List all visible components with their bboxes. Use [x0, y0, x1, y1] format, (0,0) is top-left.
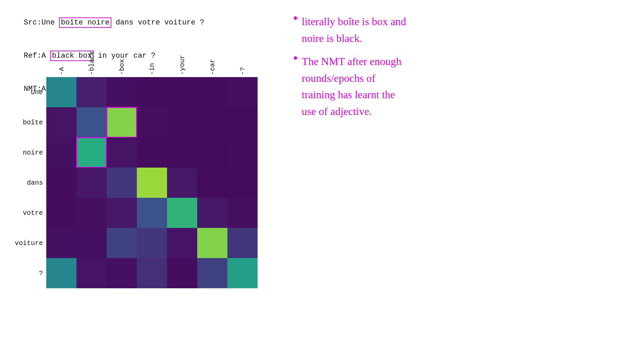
- cell-6-6: [227, 258, 258, 288]
- row-label-0: Une: [6, 77, 46, 107]
- cell-1-0: [46, 107, 76, 137]
- cell-1-3: [137, 107, 167, 137]
- cell-4-2: [107, 198, 137, 228]
- cell-3-3: [137, 168, 167, 198]
- col-label-6: -?: [227, 44, 258, 77]
- col-label-text-5: -car: [209, 59, 216, 75]
- row-label-5: voiture: [6, 228, 46, 258]
- bullet-dot-1: •: [292, 12, 299, 26]
- col-label-text-4: -your: [178, 55, 186, 75]
- col-label-text-3: -in: [148, 63, 156, 75]
- cell-3-5: [197, 168, 227, 198]
- col-label-text-2: -box: [118, 59, 126, 75]
- cell-1-2: [107, 107, 137, 137]
- src-prefix: Src:Une: [24, 18, 59, 27]
- cell-5-3: [137, 228, 167, 258]
- cell-6-0: [46, 258, 76, 288]
- col-label-1: -black: [76, 44, 107, 77]
- cell-5-6: [227, 228, 258, 258]
- cell-0-6: [227, 77, 258, 107]
- row-label-4: votre: [6, 198, 46, 228]
- annotation-section: • literally boîte is box andnoire is bla…: [292, 13, 634, 127]
- cell-3-2: [107, 168, 137, 198]
- cell-2-2: [107, 137, 137, 168]
- cell-1-4: [167, 107, 197, 137]
- cell-0-4: [167, 77, 197, 107]
- cell-4-3: [137, 198, 167, 228]
- cell-5-2: [107, 228, 137, 258]
- src-suffix: dans votre voiture ?: [111, 18, 204, 27]
- cell-0-3: [137, 77, 167, 107]
- cell-6-1: [76, 258, 107, 288]
- cell-5-4: [167, 228, 197, 258]
- cell-6-4: [167, 258, 197, 288]
- cell-4-1: [76, 198, 107, 228]
- col-label-text-6: -?: [239, 67, 247, 75]
- cell-4-0: [46, 198, 76, 228]
- cell-2-5: [197, 137, 227, 168]
- col-label-0: -A: [46, 44, 76, 77]
- cell-1-6: [227, 107, 258, 137]
- cell-6-3: [137, 258, 167, 288]
- cell-5-1: [76, 228, 107, 258]
- cell-3-4: [167, 168, 197, 198]
- cell-0-2: [107, 77, 137, 107]
- cell-5-0: [46, 228, 76, 258]
- cell-2-0: [46, 137, 76, 168]
- row-label-2: noire: [6, 137, 46, 168]
- col-label-4: -your: [167, 44, 197, 77]
- col-label-text-0: -A: [58, 67, 65, 75]
- col-label-text-1: -black: [88, 51, 96, 75]
- row-label-6: ?: [6, 258, 46, 288]
- row-label-1: boîte: [6, 107, 46, 137]
- col-labels-row: -A-black-box-in-your-car-?: [46, 44, 258, 77]
- col-label-2: -box: [107, 44, 137, 77]
- grid-cells: [46, 77, 258, 288]
- cell-1-1: [76, 107, 107, 137]
- heatmap-container: -A-black-box-in-your-car-? Uneboîtenoire…: [6, 44, 258, 288]
- cell-4-4: [167, 198, 197, 228]
- cell-4-6: [227, 198, 258, 228]
- col-label-3: -in: [137, 44, 167, 77]
- row-label-3: dans: [6, 168, 46, 198]
- cell-0-5: [197, 77, 227, 107]
- row-labels-col: Uneboîtenoiredansvotrevoiture?: [6, 77, 46, 288]
- cell-3-0: [46, 168, 76, 198]
- cell-2-3: [137, 137, 167, 168]
- bullet-dot-2: •: [292, 52, 299, 66]
- header-line-src: Src:Une boîte noire dans votre voiture ?: [6, 6, 204, 39]
- col-label-5: -car: [197, 44, 227, 77]
- cell-2-1: [76, 137, 107, 168]
- grid-area: Uneboîtenoiredansvotrevoiture?: [6, 77, 258, 288]
- cell-2-6: [227, 137, 258, 168]
- bullet-text-2: The NMT after enoughrounds/epochs oftrai…: [302, 53, 401, 120]
- cell-3-1: [76, 168, 107, 198]
- annotation-bullet-1: • literally boîte is box andnoire is bla…: [292, 13, 634, 47]
- cell-6-5: [197, 258, 227, 288]
- heatmap-wrapper: -A-black-box-in-your-car-? Uneboîtenoire…: [6, 44, 258, 288]
- cell-1-5: [197, 107, 227, 137]
- bullet-text-1: literally boîte is box andnoire is black…: [302, 13, 406, 47]
- cell-0-1: [76, 77, 107, 107]
- cell-0-0: [46, 77, 76, 107]
- cell-5-5: [197, 228, 227, 258]
- cell-4-5: [197, 198, 227, 228]
- src-highlight: boîte noire: [59, 17, 111, 28]
- annotation-bullet-2: • The NMT after enoughrounds/epochs oftr…: [292, 53, 634, 120]
- cell-2-4: [167, 137, 197, 168]
- cell-3-6: [227, 168, 258, 198]
- cell-6-2: [107, 258, 137, 288]
